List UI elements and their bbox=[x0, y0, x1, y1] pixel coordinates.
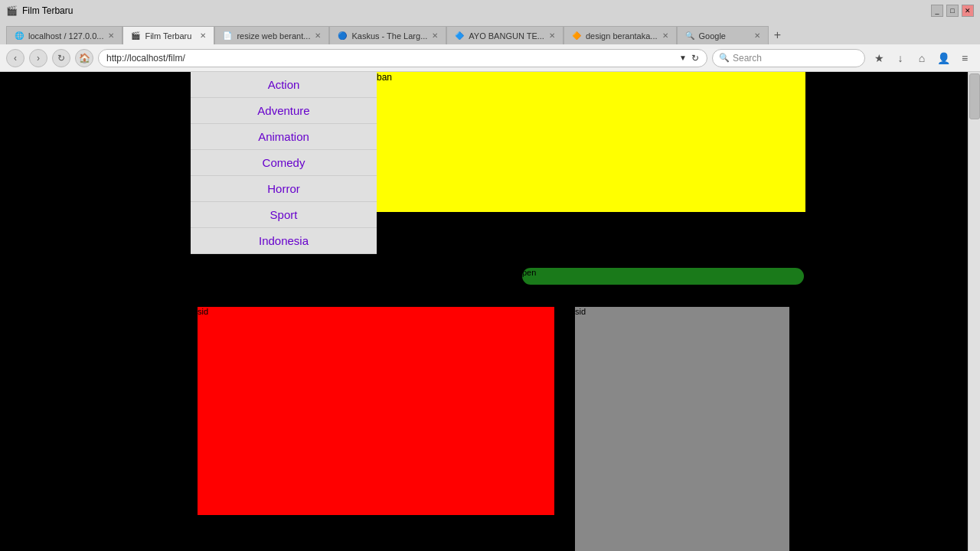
yellow-banner bbox=[377, 72, 805, 212]
page-title: Film Terbaru bbox=[22, 5, 73, 16]
minimize-button[interactable]: _ bbox=[931, 5, 943, 17]
tab-label: Kaskus - The Larg... bbox=[351, 31, 427, 41]
page-icon: 🎬 bbox=[6, 5, 18, 16]
bookmark-icon[interactable]: ★ bbox=[870, 49, 888, 67]
reload-button[interactable]: ↻ bbox=[52, 49, 70, 67]
tab-design[interactable]: 🔶 design berantaka... ✕ bbox=[564, 26, 677, 44]
ban-label: ban bbox=[377, 72, 392, 83]
sidebar-item-action[interactable]: Action bbox=[191, 72, 377, 98]
close-button[interactable]: ✕ bbox=[962, 5, 974, 17]
green-bar bbox=[522, 268, 804, 285]
tabs-bar: 🌐 localhost / 127.0.0... ✕ 🎬 Film Terbar… bbox=[0, 21, 980, 44]
page-content: Action Adventure Animation Comedy Horror… bbox=[0, 72, 980, 551]
red-box bbox=[198, 307, 554, 515]
tab-label: Google bbox=[699, 31, 726, 41]
sid-gray-label: sid bbox=[575, 307, 586, 316]
tab-favicon: 🔵 bbox=[338, 31, 347, 40]
tab-close-icon[interactable]: ✕ bbox=[662, 31, 668, 40]
tab-close-icon[interactable]: ✕ bbox=[549, 31, 555, 40]
sidebar-item-sport[interactable]: Sport bbox=[191, 202, 377, 228]
tab-label: Film Terbaru bbox=[145, 31, 191, 41]
search-placeholder: Search bbox=[733, 53, 762, 64]
sidebar-menu: Action Adventure Animation Comedy Horror… bbox=[191, 72, 377, 254]
tab-favicon: 📄 bbox=[223, 31, 232, 40]
forward-button[interactable]: › bbox=[29, 49, 47, 67]
sidebar-item-adventure[interactable]: Adventure bbox=[191, 98, 377, 124]
window-controls: _ □ ✕ bbox=[931, 5, 974, 17]
refresh-icon[interactable]: ↻ bbox=[691, 53, 699, 64]
tab-close-icon[interactable]: ✕ bbox=[754, 31, 760, 40]
home-button[interactable]: 🏠 bbox=[75, 49, 93, 67]
tab-favicon: 🔶 bbox=[572, 31, 581, 40]
sid-red-label: sid bbox=[198, 307, 208, 316]
search-icon: 🔍 bbox=[719, 53, 730, 63]
maximize-button[interactable]: □ bbox=[946, 5, 959, 17]
tab-ayo-bangun[interactable]: 🔷 AYO BANGUN TE... ✕ bbox=[446, 26, 564, 44]
home-nav-icon[interactable]: ⌂ bbox=[913, 49, 931, 67]
address-bar[interactable]: http://localhost/film/ ▼ ↻ bbox=[98, 49, 707, 67]
new-tab-button[interactable]: + bbox=[769, 26, 787, 44]
tab-label: design berantaka... bbox=[586, 31, 658, 41]
sidebar-item-animation[interactable]: Animation bbox=[191, 124, 377, 150]
tab-favicon: 🔷 bbox=[455, 31, 464, 40]
tab-label: resize web berant... bbox=[237, 31, 310, 41]
sidebar-item-indonesia[interactable]: Indonesia bbox=[191, 228, 377, 254]
tab-favicon: 🎬 bbox=[131, 31, 140, 40]
tab-close-icon[interactable]: ✕ bbox=[432, 31, 438, 40]
back-button[interactable]: ‹ bbox=[6, 49, 24, 67]
tab-localhost[interactable]: 🌐 localhost / 127.0.0... ✕ bbox=[6, 26, 122, 44]
tab-favicon: 🔍 bbox=[685, 31, 694, 40]
tab-close-icon[interactable]: ✕ bbox=[200, 31, 206, 40]
nav-icons: ★ ↓ ⌂ 👤 ≡ bbox=[870, 49, 974, 67]
tab-resize[interactable]: 📄 resize web berant... ✕ bbox=[214, 26, 329, 44]
title-bar-left: 🎬 Film Terbaru bbox=[6, 5, 73, 16]
tab-film-terbaru[interactable]: 🎬 Film Terbaru ✕ bbox=[122, 26, 214, 44]
sidebar-item-comedy[interactable]: Comedy bbox=[191, 150, 377, 176]
sidebar-item-horror[interactable]: Horror bbox=[191, 176, 377, 202]
scrollbar[interactable] bbox=[968, 72, 980, 551]
tab-favicon: 🌐 bbox=[15, 31, 24, 40]
tab-label: AYO BANGUN TE... bbox=[469, 31, 544, 41]
download-icon[interactable]: ↓ bbox=[891, 49, 910, 67]
title-bar: 🎬 Film Terbaru _ □ ✕ bbox=[0, 0, 980, 21]
tab-close-icon[interactable]: ✕ bbox=[315, 31, 321, 40]
pen-label: pen bbox=[522, 268, 536, 277]
tab-label: localhost / 127.0.0... bbox=[28, 31, 103, 41]
user-icon[interactable]: 👤 bbox=[934, 49, 952, 67]
scrollbar-thumb[interactable] bbox=[969, 73, 980, 119]
menu-icon[interactable]: ≡ bbox=[956, 49, 974, 67]
tab-kaskus[interactable]: 🔵 Kaskus - The Larg... ✕ bbox=[329, 26, 446, 44]
browser-chrome: 🎬 Film Terbaru _ □ ✕ 🌐 localhost / 127.0… bbox=[0, 0, 980, 72]
tab-google[interactable]: 🔍 Google ✕ bbox=[677, 26, 769, 44]
dropdown-icon: ▼ bbox=[679, 54, 687, 62]
address-text: http://localhost/film/ bbox=[106, 53, 185, 64]
gray-box bbox=[575, 307, 789, 551]
nav-bar: ‹ › ↻ 🏠 http://localhost/film/ ▼ ↻ 🔍 Sea… bbox=[0, 44, 980, 72]
search-bar[interactable]: 🔍 Search bbox=[712, 49, 865, 67]
tab-close-icon[interactable]: ✕ bbox=[108, 31, 114, 40]
